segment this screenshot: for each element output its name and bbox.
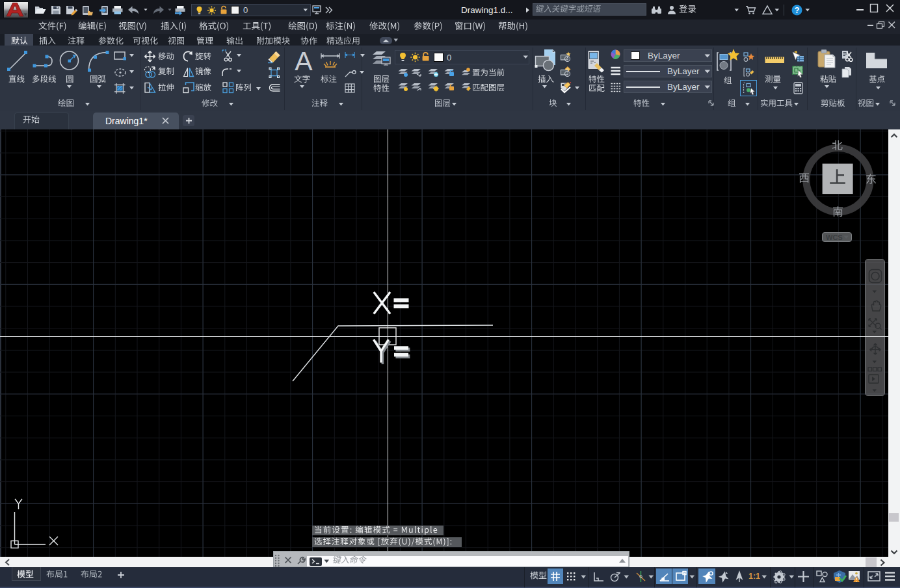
svg-text:?: ?: [795, 6, 800, 15]
svg-text:A: A: [295, 46, 313, 76]
